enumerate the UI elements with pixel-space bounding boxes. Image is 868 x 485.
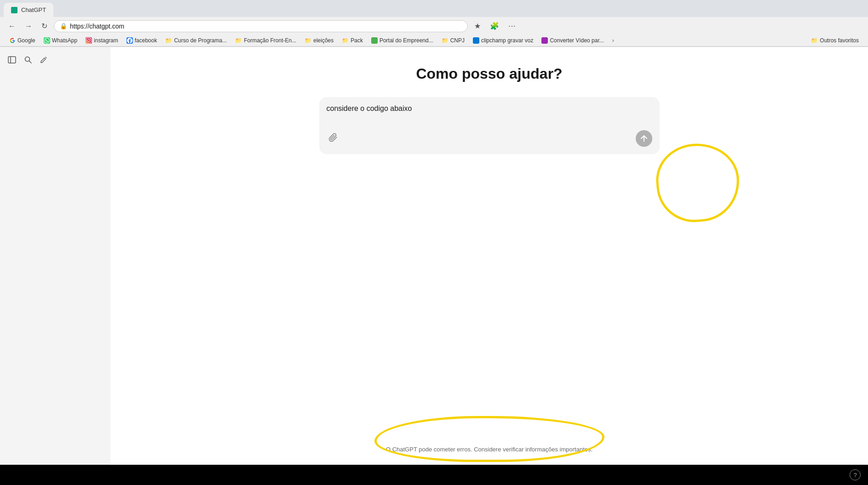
tab-bar: ChatGPT (0, 0, 868, 17)
bookmark-converter-label: Converter Vídeo par... (550, 37, 604, 44)
input-bottom-bar (327, 130, 652, 147)
bookmark-facebook-label: facebook (135, 37, 157, 44)
facebook-favicon (126, 37, 133, 44)
bookmark-whatsapp-label: WhatsApp (52, 37, 77, 44)
address-bar[interactable]: 🔒 https://chatgpt.com (54, 20, 468, 32)
bottom-black-bar: ? (0, 465, 868, 485)
star-button[interactable]: ★ (471, 20, 483, 32)
bookmark-instagram[interactable]: instagram (82, 36, 122, 45)
bookmark-pack[interactable]: 📁 Pack (338, 36, 367, 45)
folder-icon-3: 📁 (305, 37, 311, 44)
more-button[interactable]: ⋯ (506, 20, 518, 32)
folder-icon-4: 📁 (342, 37, 349, 44)
refresh-button[interactable]: ↻ (39, 20, 50, 32)
chat-input[interactable]: considere o <span class="spell-error">co… (327, 104, 652, 123)
forward-button[interactable]: → (22, 20, 35, 32)
send-button[interactable] (636, 130, 652, 147)
page-heading: Como posso ajudar? (416, 65, 562, 82)
folder-other-icon: 📁 (811, 37, 818, 44)
google-favicon (9, 37, 16, 44)
folder-icon: 📁 (165, 37, 172, 44)
sidebar (0, 47, 110, 485)
tab-favicon (11, 7, 17, 13)
bookmark-curso[interactable]: 📁 Curso de Programa... (161, 36, 230, 45)
footer-disclaimer: O ChatGPT pode cometer erros. Considere … (386, 446, 592, 453)
search-button[interactable] (22, 54, 34, 68)
sidebar-toggle-button[interactable] (6, 53, 18, 69)
bookmark-whatsapp[interactable]: WhatsApp (40, 36, 81, 45)
bookmark-formacao-label: Formação Front-En... (244, 37, 296, 44)
bookmark-clipchamp[interactable]: clipchamp gravar voz (469, 36, 537, 45)
annotation-circle-send (653, 140, 742, 225)
bookmarks-more-button[interactable]: › (609, 36, 617, 45)
browser-chrome: ChatGPT ← → ↻ 🔒 https://chatgpt.com ★ 🧩 … (0, 0, 868, 47)
new-chat-button[interactable] (38, 54, 50, 68)
folder-icon-2: 📁 (235, 37, 242, 44)
help-button[interactable]: ? (850, 469, 861, 480)
portal-favicon (371, 37, 378, 44)
main-content: Como posso ajudar? considere o <span cla… (110, 47, 868, 485)
instagram-favicon (86, 37, 92, 44)
whatsapp-favicon (44, 37, 50, 44)
lock-icon: 🔒 (60, 23, 67, 29)
svg-line-3 (29, 61, 32, 64)
bookmark-google-label: Google (17, 37, 35, 44)
bookmark-google[interactable]: Google (6, 36, 39, 45)
bookmark-pack-label: Pack (351, 37, 363, 44)
sidebar-top (4, 51, 107, 71)
address-bar-row: ← → ↻ 🔒 https://chatgpt.com ★ 🧩 ⋯ (0, 17, 868, 35)
converter-favicon (541, 37, 548, 44)
bookmark-formacao[interactable]: 📁 Formação Front-En... (231, 36, 300, 45)
sidebar-content (4, 73, 107, 485)
clipchamp-favicon (473, 37, 479, 44)
url-text: https://chatgpt.com (70, 23, 462, 30)
input-container: considere o <span class="spell-error">co… (319, 97, 660, 154)
bookmarks-bar: Google WhatsApp instagram facebook 📁 (0, 35, 868, 46)
bookmarks-other-folder[interactable]: 📁 Outros favoritos (807, 36, 862, 45)
bookmark-cnpj-label: CNPJ (450, 37, 465, 44)
tab-title: ChatGPT (21, 6, 46, 13)
bookmark-clipchamp-label: clipchamp gravar voz (481, 37, 533, 44)
svg-rect-0 (8, 57, 16, 63)
app-layout: Como posso ajudar? considere o <span cla… (0, 47, 868, 485)
attach-button[interactable] (327, 131, 339, 146)
bookmark-instagram-label: instagram (94, 37, 118, 44)
folder-icon-5: 📁 (442, 37, 448, 44)
bookmarks-other-label: Outros favoritos (820, 37, 859, 44)
annotation-circle-footer (374, 416, 604, 462)
bookmark-eleicoes[interactable]: 📁 eleições (301, 36, 337, 45)
bookmark-facebook[interactable]: facebook (123, 36, 161, 45)
bookmark-portal-label: Portal do Empreend... (379, 37, 433, 44)
active-tab[interactable]: ChatGPT (4, 3, 53, 17)
bookmark-converter[interactable]: Converter Vídeo par... (538, 36, 607, 45)
bookmark-cnpj[interactable]: 📁 CNPJ (438, 36, 468, 45)
extensions-button[interactable]: 🧩 (487, 20, 502, 32)
bookmark-portal[interactable]: Portal do Empreend... (368, 36, 437, 45)
bookmark-eleicoes-label: eleições (313, 37, 333, 44)
bookmark-curso-label: Curso de Programa... (174, 37, 227, 44)
back-button[interactable]: ← (6, 20, 18, 32)
